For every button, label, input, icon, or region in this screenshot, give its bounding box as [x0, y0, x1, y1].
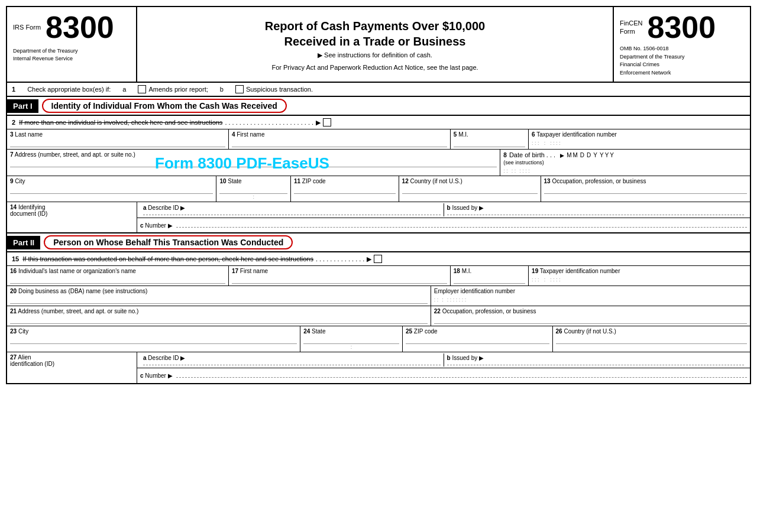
row-20: 20 Doing business as (DBA) name (see ins… — [7, 286, 750, 306]
state-tick: : — [219, 194, 287, 200]
alien-id-describe: a Describe ID ▶ — [140, 353, 444, 366]
p2-zip-field[interactable] — [406, 336, 549, 344]
alien-id-right-panel: a Describe ID ▶ b Issued by ▶ c Number ▶ — [137, 352, 750, 383]
row15-checkbox[interactable] — [374, 255, 382, 263]
part1-title: Identity of Individual From Whom the Cas… — [42, 99, 287, 113]
part1-title-wrapper: Identity of Individual From Whom the Cas… — [38, 97, 750, 115]
cell-22-occupation: 22 Occupation, profession, or business — [431, 306, 750, 326]
row2-num: 2 — [12, 119, 15, 126]
form-number: 8300 — [46, 12, 114, 43]
cell-25-zip: 25 ZIP code — [403, 326, 553, 352]
row-27: 27 Alienidentification (ID) a Describe I… — [7, 352, 750, 383]
id-a-line[interactable] — [143, 215, 441, 215]
cell-14-label: 14 Identifyingdocument (ID) — [7, 202, 137, 232]
p2-address-field[interactable] — [10, 316, 428, 324]
row2-arrow: ▶ — [316, 119, 321, 126]
row15-dots: . . . . . . . . . . . . . . — [316, 255, 365, 262]
cell-12-country: 12 Country (if not U.S.) — [399, 176, 541, 202]
id-c-label: c Number ▶ — [140, 222, 173, 229]
address-field[interactable] — [10, 159, 497, 167]
privacy-notice: For Privacy Act and Paperwork Reduction … — [271, 64, 478, 71]
cell-6-tin: 6 Taxpayer identification number : : : :… — [529, 129, 750, 149]
row2-checkbox[interactable] — [323, 118, 331, 126]
row27-label: Alienidentification (ID) — [10, 354, 54, 367]
row-15: 15 If this transaction was conducted on … — [7, 252, 750, 266]
id-row-c: c Number ▶ — [137, 218, 750, 232]
row-23-26: 23 City 24 State : 25 ZIP code 26 Countr… — [7, 326, 750, 352]
alien-id-c-line[interactable] — [176, 377, 747, 378]
dob-arrow: ▶ — [560, 153, 564, 158]
alien-id-b-line[interactable] — [447, 365, 745, 365]
irs-label: IRS Form — [13, 23, 41, 31]
cell-3-lastname: 3 Last name — [7, 129, 229, 149]
part2-header-row: Part II Person on Whose Behalf This Tran… — [7, 233, 750, 252]
dba-field[interactable] — [10, 296, 428, 304]
dob-sub: (see instructions) — [503, 160, 747, 166]
p2-lastname-field[interactable] — [10, 275, 225, 284]
cell-7-address: 7 Address (number, street, and apt. or s… — [7, 150, 500, 176]
p2-state-field[interactable] — [303, 336, 399, 344]
header-center: Report of Cash Payments Over $10,000 Rec… — [137, 7, 614, 82]
state-field[interactable] — [219, 186, 287, 194]
dob-label-row: 8 Date of birth . . . ▶ MM DD YYYY — [503, 151, 747, 158]
row-21-22: 21 Address (number, street, and apt. or … — [7, 306, 750, 326]
row-16-19: 16 Individual's last name or organizatio… — [7, 266, 750, 286]
alien-id-a-label: a Describe ID ▶ — [143, 355, 185, 361]
part1-label: Part I — [7, 99, 38, 113]
row2-dots: . . . . . . . . . . . . . . . . . . . . … — [225, 119, 313, 126]
dept-info: Department of the Treasury Internal Reve… — [13, 47, 78, 62]
row15-num: 15 — [12, 255, 19, 262]
alien-id-issued-by: b Issued by ▶ — [444, 353, 748, 366]
row2-text: If more than one individual is involved,… — [19, 119, 222, 126]
row-9-13: 9 City 10 State : 11 ZIP code 12 Country… — [7, 176, 750, 202]
alien-id-b-label: b Issued by ▶ — [447, 355, 484, 361]
omb-info: OMB No. 1506-0018 Department of the Trea… — [620, 45, 744, 77]
cell-19-tin: 19 Taxpayer identification number : : : … — [529, 266, 750, 286]
ein-boxes: : : : : : : : : : : — [434, 297, 747, 303]
id-row-ab: a Describe ID ▶ b Issued by ▶ — [137, 202, 750, 218]
row-14: 14 Identifyingdocument (ID) a Describe I… — [7, 202, 750, 233]
header-left: IRS Form 8300 Department of the Treasury… — [7, 7, 137, 82]
p2-occupation-field[interactable] — [434, 316, 747, 324]
zip-field[interactable] — [294, 186, 396, 194]
cell-27-label: 27 Alienidentification (ID) — [7, 352, 137, 383]
form-header: IRS Form 8300 Department of the Treasury… — [7, 7, 750, 83]
row-2: 2 If more than one individual is involve… — [7, 116, 750, 129]
tin-boxes: : : : : : : : : — [532, 140, 747, 146]
row1-num: 1 — [12, 86, 15, 93]
country-field[interactable] — [402, 186, 538, 194]
p2-firstname-field[interactable] — [232, 275, 447, 284]
alien-id-c-label: c Number ▶ — [140, 372, 173, 379]
row27-num-label: 27 Alienidentification (ID) — [10, 354, 134, 367]
id-b-line[interactable] — [447, 215, 745, 215]
cell-20-dba: 20 Doing business as (DBA) name (see ins… — [7, 286, 431, 306]
dob-boxes: MM DD YYYY — [567, 152, 614, 158]
p2-mi-field[interactable] — [454, 275, 525, 284]
checkbox-a-box[interactable] — [138, 85, 146, 93]
part2-title-wrapper: Person on Whose Behalf This Transaction … — [40, 233, 750, 251]
alien-id-row-ab: a Describe ID ▶ b Issued by ▶ — [137, 352, 750, 368]
cell-20-ein: Employer identification number : : : : :… — [431, 286, 750, 306]
cell-16-lastname: 16 Individual's last name or organizatio… — [7, 266, 229, 286]
lastname-field[interactable] — [10, 139, 225, 147]
id-right-panel: a Describe ID ▶ b Issued by ▶ c Number ▶ — [137, 202, 750, 232]
header-right: FinCENForm 8300 OMB No. 1506-0018 Depart… — [614, 7, 750, 82]
alien-id-a-line[interactable] — [143, 365, 441, 365]
occupation-field[interactable] — [544, 186, 747, 194]
fincen-number: 8300 — [648, 12, 716, 43]
form-title: Report of Cash Payments Over $10,000 Rec… — [265, 18, 485, 49]
cell-26-country: 26 Country (if not U.S.) — [553, 326, 750, 352]
id-c-line[interactable] — [176, 227, 747, 228]
row1-b-text: Suspicious transaction. — [246, 86, 313, 93]
p2-country-field[interactable] — [556, 336, 747, 344]
row15-arrow: ▶ — [367, 255, 371, 263]
checkbox-b-box[interactable] — [235, 85, 244, 93]
mi-field[interactable] — [454, 139, 525, 147]
cell-24-state: 24 State : — [300, 326, 403, 352]
firstname-field[interactable] — [232, 139, 447, 147]
city-field[interactable] — [10, 186, 213, 194]
p2-city-field[interactable] — [10, 336, 297, 344]
checkbox-a: Amends prior report; — [138, 85, 208, 93]
id-a-label: a Describe ID ▶ — [143, 205, 185, 211]
checkbox-b: Suspicious transaction. — [235, 85, 313, 93]
